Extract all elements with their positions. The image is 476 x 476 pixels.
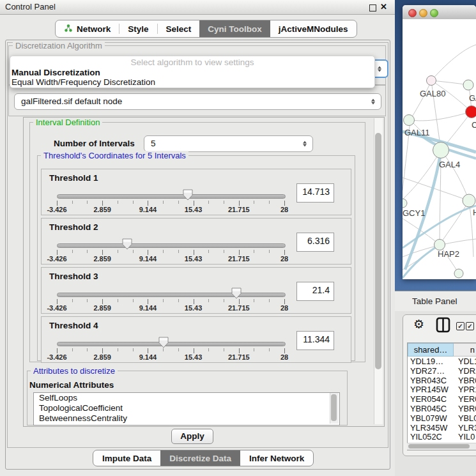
network-canvas[interactable]: GAL80GACGAL11GAL4GCY1HHAP2 [403, 19, 476, 279]
cell-shared-name[interactable]: YDL19… [408, 357, 456, 367]
table-header-row: shared… n [408, 343, 476, 357]
slider-tick-labels: -3.4262.8599.14415.4321.71528 [42, 304, 351, 312]
network-node[interactable] [433, 142, 449, 158]
cell-name[interactable]: YIL0 [456, 433, 476, 442]
cell-shared-name[interactable]: YPR145W [408, 385, 456, 395]
tab-network[interactable]: Network [56, 20, 119, 37]
cell-name[interactable]: YLR3 [456, 424, 476, 433]
dropdown-option-equal-width-frequency[interactable]: Equal Width/Frequency Discretization [10, 77, 374, 87]
control-panel-tabbar: Network Style Select Cyni Toolbox jActiv… [55, 20, 357, 38]
threshold-slider-handle[interactable] [122, 238, 132, 250]
threshold-slider-track[interactable] [57, 293, 286, 297]
table-row[interactable]: YLR345WYLR3 [408, 424, 476, 433]
tab-discretize-data[interactable]: Discretize Data [160, 450, 240, 466]
network-node-label: GAL11 [404, 128, 430, 137]
zoom-traffic-light[interactable] [430, 9, 438, 17]
slider-tick-labels: -3.4262.8599.14415.4321.71528 [42, 206, 351, 213]
attributes-scrollbar-thumb[interactable] [331, 394, 337, 421]
cell-shared-name[interactable]: YBL079W [408, 414, 456, 424]
column-header-shared-name[interactable]: shared… [408, 343, 454, 357]
network-node[interactable] [463, 80, 473, 90]
attributes-group-title: Attributes to discretize [31, 366, 118, 376]
tab-jactivemnodules[interactable]: jActiveMNodules [270, 20, 357, 37]
network-node[interactable] [454, 269, 463, 278]
gear-icon[interactable]: ⚙ [413, 318, 424, 332]
control-panel-titlebar: Control Panel ✕ [0, 0, 395, 15]
number-of-intervals-combobox[interactable]: 5 [144, 135, 313, 152]
threshold-slider-track[interactable] [57, 342, 286, 346]
apply-button[interactable]: Apply [171, 429, 213, 444]
network-view-window[interactable]: GAL80GACGAL11GAL4GCY1HHAP2 [403, 5, 476, 279]
cell-name[interactable]: YDR2 [456, 367, 476, 376]
thresholds-group-title: Threshold's Coordinates for 5 Intervals [41, 151, 188, 160]
table-row[interactable]: YPR145WYPR1 [408, 385, 476, 395]
attribute-list-item[interactable]: SelfLoops [34, 393, 339, 403]
cell-shared-name[interactable]: YBR045C [408, 404, 456, 414]
table-row[interactable]: YBL079WYBL0 [408, 414, 476, 424]
network-node[interactable] [434, 240, 445, 250]
threshold-box: Threshold 3 -3.4262.8599.14415.4321.7152… [41, 267, 351, 314]
cell-name[interactable]: YBL0 [456, 414, 476, 424]
threshold-slider-handle[interactable] [231, 288, 242, 299]
algorithm-dropdown-popup: Select algorithm to view settings Manual… [10, 56, 375, 88]
close-icon[interactable]: ✕ [380, 2, 387, 12]
tab-style[interactable]: Style [119, 20, 157, 37]
threshold-slider-handle[interactable] [183, 189, 193, 201]
settings-scrollbar-thumb[interactable] [375, 133, 381, 369]
numerical-attributes-list[interactable]: SelfLoopsTopologicalCoefficientBetweenne… [33, 392, 340, 426]
network-node[interactable] [466, 106, 476, 118]
cell-shared-name[interactable]: YER054C [408, 395, 456, 404]
checkbox-icon[interactable]: ✓ [466, 322, 474, 330]
table-row[interactable]: YDL19…YDL1 [408, 357, 476, 367]
tab-select[interactable]: Select [158, 20, 200, 37]
table-hscrollbar-thumb[interactable] [408, 444, 470, 449]
table-row[interactable]: YBR045CYBR0 [408, 404, 476, 414]
cell-name[interactable]: YBR0 [456, 376, 476, 386]
columns-icon[interactable] [436, 317, 450, 335]
network-node[interactable] [404, 115, 415, 126]
table-data-combobox[interactable]: galFiltered.sif default node [14, 93, 381, 110]
slider-tick-label: 15.43 [185, 206, 203, 213]
float-window-icon[interactable] [369, 4, 376, 12]
slider-tick-labels: -3.4262.8599.14415.4321.71528 [42, 353, 351, 361]
threshold-slider-track[interactable] [57, 194, 286, 199]
tab-cyni-toolbox[interactable]: Cyni Toolbox [199, 20, 270, 37]
network-node[interactable] [463, 194, 475, 207]
cell-name[interactable]: YER0 [456, 395, 476, 404]
tab-impute-data[interactable]: Impute Data [93, 450, 160, 466]
checkbox-icon[interactable]: ✓ [456, 322, 464, 330]
cell-name[interactable]: YBR0 [456, 404, 476, 414]
slider-tick-label: 21.715 [228, 353, 250, 361]
slider-tick-label: 2.859 [93, 206, 111, 213]
network-window-titlebar[interactable] [403, 5, 476, 20]
attribute-list-item[interactable]: BetweennessCentrality [34, 413, 339, 424]
minimize-traffic-light[interactable] [419, 9, 427, 17]
dropdown-option-manual-discretization[interactable]: Manual Discretization [10, 68, 374, 77]
attribute-list-item[interactable]: TopologicalCoefficient [34, 403, 339, 413]
cell-shared-name[interactable]: YLR345W [408, 424, 456, 433]
cell-name[interactable]: YDL1 [456, 357, 476, 367]
cell-name[interactable]: YPR1 [456, 385, 476, 395]
threshold-value-field[interactable]: 21.4 [296, 282, 334, 301]
cell-shared-name[interactable]: YDR27… [408, 367, 456, 376]
threshold-value-field[interactable]: 6.316 [296, 233, 334, 252]
tab-infer-network[interactable]: Infer Network [240, 450, 313, 466]
column-header-name[interactable]: n [454, 343, 476, 357]
threshold-value-field[interactable]: 11.344 [296, 331, 334, 350]
slider-tick-label: -3.426 [47, 255, 66, 263]
network-node[interactable] [427, 76, 436, 86]
network-node-label: HAP2 [438, 249, 459, 259]
cell-shared-name[interactable]: YBR043C [408, 376, 456, 386]
threshold-value-field[interactable]: 14.713 [296, 183, 334, 203]
threshold-slider-handle[interactable] [158, 337, 169, 348]
table-row[interactable]: YBR043CYBR0 [408, 376, 476, 386]
table-row[interactable]: YER054CYER0 [408, 395, 476, 404]
table-row[interactable]: YDR27…YDR2 [408, 367, 476, 376]
network-node[interactable] [403, 199, 407, 208]
slider-major-ticks [57, 348, 286, 353]
table-row[interactable]: YIL052CYIL0 [408, 433, 476, 442]
close-traffic-light[interactable] [408, 9, 417, 17]
threshold-slider-track[interactable] [57, 243, 286, 248]
cell-shared-name[interactable]: YIL052C [408, 433, 456, 442]
table-panel-title: Table Panel [412, 291, 457, 312]
